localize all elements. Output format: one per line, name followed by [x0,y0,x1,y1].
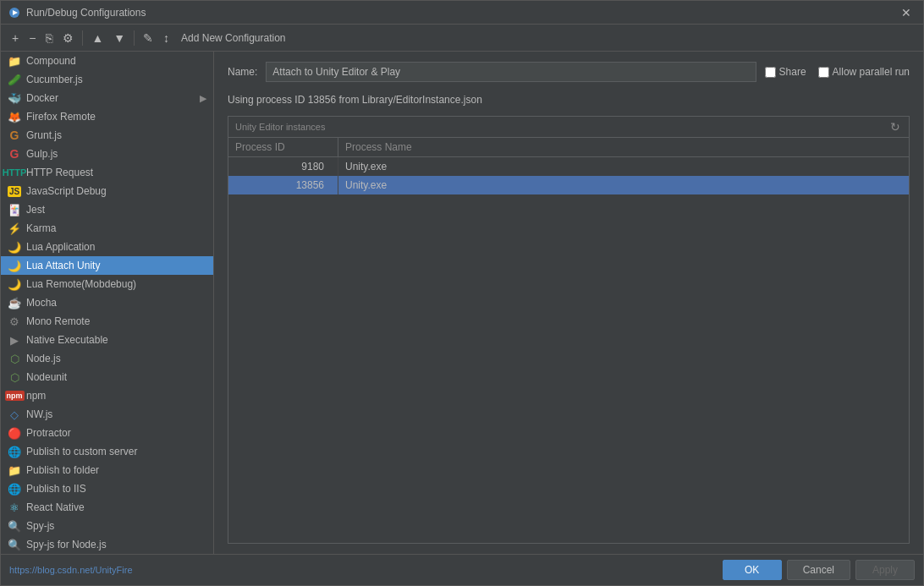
allow-parallel-checkbox-label[interactable]: Allow parallel run [818,66,910,78]
instances-title: Unity Editor instances [235,122,325,132]
settings-button[interactable]: ⚙ [58,30,78,47]
edit-button[interactable]: ✎ [139,30,157,47]
name-row: Name: Share Allow parallel run [228,62,910,82]
sidebar-item-javascript-debug[interactable]: JS JavaScript Debug [1,182,213,200]
sidebar: 📁 Compound 🥒 Cucumber.js 🐳 Docker ▶ 🦊 Fi… [1,52,214,554]
sidebar-item-label: NW.js [26,408,52,420]
sidebar-item-label: Nodeunit [26,371,67,383]
sidebar-item-native-executable[interactable]: ▶ Native Executable [1,331,213,349]
publish-custom-icon: 🌐 [8,445,21,458]
bottom-bar: https://blog.csdn.net/UnityFire OK Cance… [1,554,923,585]
sidebar-item-label: Publish to IIS [26,483,86,495]
publish-folder-icon: 📁 [8,463,21,477]
sidebar-item-npm[interactable]: npm npm [1,386,213,405]
gulpjs-icon: G [8,147,21,161]
sidebar-item-label: Docker [26,92,58,104]
sidebar-item-label: Protractor [26,427,71,439]
sidebar-item-nwjs[interactable]: ◇ NW.js [1,405,213,424]
cancel-button[interactable]: Cancel [787,560,850,580]
process-info: Using process ID 13856 from Library/Edit… [228,94,910,106]
sidebar-item-react-native[interactable]: ⚛ React Native [1,498,213,517]
td-process-id: 13856 [228,176,338,194]
cucumberjs-icon: 🥒 [8,73,21,86]
sidebar-item-publish-iis[interactable]: 🌐 Publish to IIS [1,479,213,498]
sidebar-item-publish-folder[interactable]: 📁 Publish to folder [1,461,213,479]
share-checkbox[interactable] [765,67,776,78]
copy-config-button[interactable]: ⎘ [41,30,57,47]
sidebar-item-lua-attach-unity[interactable]: 🌙 Lua Attach Unity [1,256,213,275]
toolbar: + − ⎘ ⚙ ▲ ▼ ✎ ↕ Add New Configuration [1,25,923,52]
native-icon: ▶ [8,333,21,347]
sidebar-item-label: Spy-js [26,520,54,532]
sidebar-item-label: Spy-js for Node.js [26,539,107,550]
table-row[interactable]: 9180 Unity.exe [228,157,909,176]
nwjs-icon: ◇ [8,408,21,421]
refresh-button[interactable]: ↻ [888,120,902,134]
sidebar-item-spy-js[interactable]: 🔍 Spy-js [1,517,213,535]
unity-editor-instances-group: Unity Editor instances ↻ Process ID Proc… [228,116,910,544]
window-icon [8,6,21,19]
add-config-button[interactable]: + [8,30,23,47]
lua-remote-icon: 🌙 [8,277,21,291]
sidebar-item-jest[interactable]: 🃏 Jest [1,200,213,219]
mocha-icon: ☕ [8,296,21,309]
sidebar-item-label: React Native [26,501,85,513]
sidebar-item-cucumberjs[interactable]: 🥒 Cucumber.js [1,70,213,89]
sidebar-item-mocha[interactable]: ☕ Mocha [1,293,213,312]
remove-config-button[interactable]: − [25,30,40,47]
sidebar-item-compound[interactable]: 📁 Compound [1,52,213,70]
mono-icon: ⚙ [8,315,21,328]
move-down-button[interactable]: ▼ [109,30,129,47]
sidebar-item-firefox-remote[interactable]: 🦊 Firefox Remote [1,107,213,126]
td-process-name: Unity.exe [338,176,909,194]
sidebar-item-docker[interactable]: 🐳 Docker ▶ [1,89,213,107]
sidebar-item-label: Mono Remote [26,315,90,327]
sidebar-item-protractor[interactable]: 🔴 Protractor [1,424,213,442]
spyjs-icon: 🔍 [8,519,21,533]
table-header: Process ID Process Name [228,138,909,157]
nodeunit-icon: ⬡ [8,370,21,384]
sidebar-item-label: Node.js [26,353,61,364]
ok-button[interactable]: OK [723,560,782,580]
npm-icon: npm [8,389,21,403]
sidebar-item-spy-js-nodejs[interactable]: 🔍 Spy-js for Node.js [1,535,213,554]
docker-icon: 🐳 [8,91,21,105]
close-button[interactable]: ✕ [896,4,916,21]
th-process-name: Process Name [338,138,909,156]
move-up-button[interactable]: ▲ [87,30,107,47]
sidebar-item-nodeunit[interactable]: ⬡ Nodeunit [1,368,213,386]
sidebar-item-label: Lua Attach Unity [26,260,100,271]
react-native-icon: ⚛ [8,501,21,514]
instances-header: Unity Editor instances ↻ [228,117,909,138]
http-icon: HTTP [8,166,21,179]
sidebar-item-nodejs[interactable]: ⬡ Node.js [1,349,213,368]
sidebar-item-label: HTTP Request [26,167,93,178]
lua-attach-icon: 🌙 [8,259,21,272]
sidebar-item-label: Publish to custom server [26,446,137,457]
sidebar-item-http-request[interactable]: HTTP HTTP Request [1,163,213,182]
name-input[interactable] [266,62,756,82]
allow-parallel-checkbox[interactable] [818,67,829,78]
karma-icon: ⚡ [8,222,21,235]
th-process-id: Process ID [228,138,338,156]
name-field-label: Name: [228,66,257,78]
lua-app-icon: 🌙 [8,240,21,254]
table-row-selected[interactable]: 13856 Unity.exe [228,176,909,194]
js-icon: JS [8,184,21,198]
allow-parallel-label: Allow parallel run [833,66,910,78]
gruntjs-icon: G [8,129,21,142]
sidebar-item-lua-remote-mobdebug[interactable]: 🌙 Lua Remote(Mobdebug) [1,275,213,293]
sidebar-item-gruntjs[interactable]: G Grunt.js [1,126,213,145]
sidebar-item-label: Mocha [26,297,57,309]
sidebar-item-karma[interactable]: ⚡ Karma [1,219,213,238]
sidebar-item-lua-application[interactable]: 🌙 Lua Application [1,238,213,256]
sort-button[interactable]: ↕ [159,30,173,47]
sidebar-item-gulpjs[interactable]: G Gulp.js [1,145,213,163]
window-title: Run/Debug Configurations [26,7,146,19]
footer-url: https://blog.csdn.net/UnityFire [9,565,718,575]
sidebar-item-mono-remote[interactable]: ⚙ Mono Remote [1,312,213,331]
apply-button[interactable]: Apply [855,560,915,580]
publish-iis-icon: 🌐 [8,482,21,496]
sidebar-item-publish-custom-server[interactable]: 🌐 Publish to custom server [1,442,213,461]
share-checkbox-label[interactable]: Share [765,66,806,78]
